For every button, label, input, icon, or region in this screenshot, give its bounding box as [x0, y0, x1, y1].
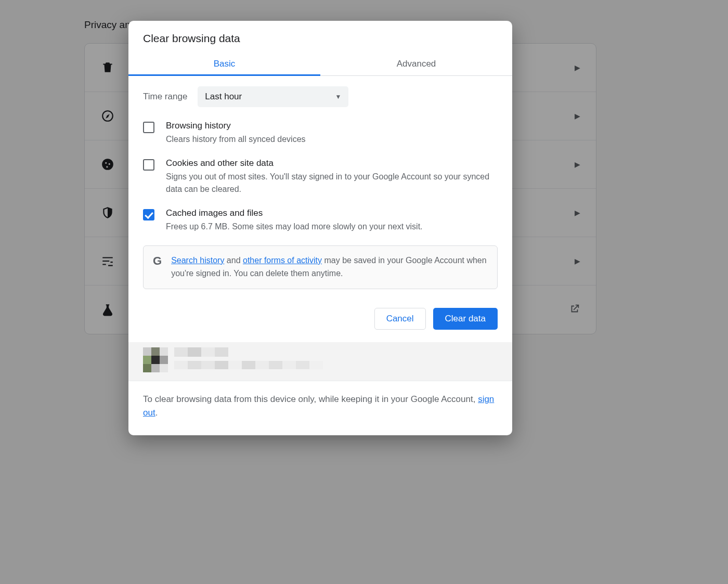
time-range-label: Time range — [143, 92, 187, 102]
option-title: Cookies and other site data — [166, 158, 498, 168]
option-desc: Clears history from all synced devices — [166, 133, 498, 146]
option-desc: Signs you out of most sites. You'll stay… — [166, 171, 498, 196]
tab-basic[interactable]: Basic — [128, 52, 320, 75]
checkbox-browsing-history[interactable] — [143, 122, 154, 133]
option-browsing-history[interactable]: Browsing history Clears history from all… — [143, 121, 498, 146]
option-title: Cached images and files — [166, 208, 498, 218]
checkbox-cached[interactable] — [143, 209, 154, 220]
google-g-icon: G — [153, 254, 162, 268]
other-activity-link[interactable]: other forms of activity — [243, 256, 322, 265]
clear-browsing-data-dialog: Clear browsing data Basic Advanced Time … — [128, 21, 512, 435]
time-range-value: Last hour — [205, 92, 242, 102]
cancel-button[interactable]: Cancel — [374, 308, 426, 330]
option-desc: Frees up 6.7 MB. Some sites may load mor… — [166, 220, 498, 233]
dialog-tabs: Basic Advanced — [128, 52, 512, 76]
clear-data-button[interactable]: Clear data — [433, 308, 498, 330]
google-account-info: G Search history and other forms of acti… — [143, 245, 498, 289]
info-text: Search history and other forms of activi… — [171, 254, 488, 280]
dialog-title: Clear browsing data — [128, 21, 512, 52]
checkbox-cookies[interactable] — [143, 159, 154, 171]
search-history-link[interactable]: Search history — [171, 256, 224, 265]
dialog-footer-note: To clear browsing data from this device … — [128, 381, 512, 436]
account-info-redacted — [128, 342, 512, 381]
option-cached[interactable]: Cached images and files Frees up 6.7 MB.… — [143, 208, 498, 233]
time-range-select[interactable]: Last hour ▼ — [198, 86, 348, 107]
dialog-actions: Cancel Clear data — [128, 305, 512, 342]
option-cookies[interactable]: Cookies and other site data Signs you ou… — [143, 158, 498, 196]
tab-advanced[interactable]: Advanced — [320, 52, 512, 75]
dropdown-arrow-icon: ▼ — [335, 93, 341, 100]
dialog-body: Time range Last hour ▼ Browsing history … — [128, 76, 512, 305]
option-title: Browsing history — [166, 121, 498, 131]
